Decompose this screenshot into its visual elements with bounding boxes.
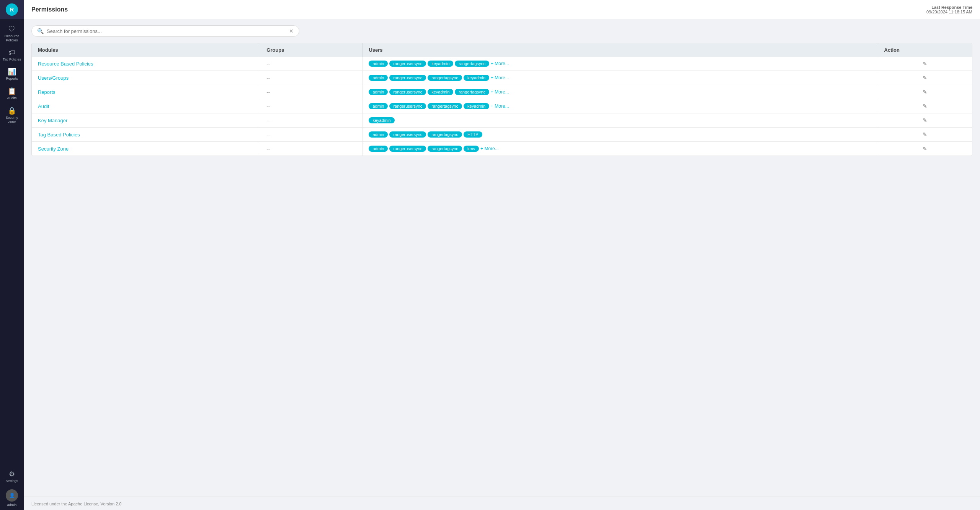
cell-action: ✎	[878, 113, 972, 128]
search-icon: 🔍	[37, 28, 44, 34]
last-response-value: 09/20/2024 11:18:15 AM	[926, 10, 972, 14]
resource-policies-icon: 🛡	[8, 25, 15, 33]
last-response-label: Last Response Time	[926, 5, 972, 10]
cell-groups: --	[260, 142, 363, 156]
module-link[interactable]: Key Manager	[38, 118, 67, 123]
user-tag: HTTP	[464, 131, 482, 138]
sidebar-item-label: Audits	[7, 96, 16, 100]
module-link[interactable]: Resource Based Policies	[38, 61, 93, 67]
user-tag: keyadmin	[464, 75, 489, 81]
tags-container: keyadmin	[369, 117, 871, 123]
sidebar-item-label: Tag Policies	[3, 57, 21, 62]
cell-module: Resource Based Policies	[32, 57, 260, 71]
user-tag: rangertagsync	[428, 146, 462, 152]
col-groups: Groups	[260, 43, 363, 57]
reports-icon: 📊	[8, 67, 16, 76]
permissions-table-container: Modules Groups Users Action Resource Bas…	[31, 43, 972, 156]
cell-groups: --	[260, 85, 363, 99]
cell-groups: --	[260, 128, 363, 142]
edit-button[interactable]: ✎	[923, 75, 927, 81]
module-link[interactable]: Reports	[38, 89, 56, 95]
user-tag: admin	[369, 103, 388, 109]
cell-users: adminrangerusersyncrangertagsynckms+ Mor…	[363, 142, 878, 156]
sidebar-item-user[interactable]: 👤 admin	[0, 486, 24, 510]
cell-module: Key Manager	[32, 113, 260, 128]
user-tag: rangerusersync	[389, 75, 426, 81]
table-row: Security Zone--adminrangerusersyncranger…	[32, 142, 972, 156]
sidebar-item-audits[interactable]: 📋 Audits	[0, 84, 24, 103]
user-tag: rangertagsync	[455, 89, 489, 95]
cell-action: ✎	[878, 99, 972, 113]
cell-module: Audit	[32, 99, 260, 113]
main-content: Permissions Last Response Time 09/20/202…	[24, 0, 980, 510]
tags-container: adminrangerusersyncrangertagsyncHTTP	[369, 131, 871, 138]
cell-module: Reports	[32, 85, 260, 99]
sidebar-item-settings[interactable]: ⚙ Settings	[0, 467, 24, 486]
table-row: Tag Based Policies--adminrangerusersyncr…	[32, 128, 972, 142]
sidebar-item-security-zone[interactable]: 🔒 Security Zone	[0, 103, 24, 127]
sidebar-item-tag-policies[interactable]: 🏷 Tag Policies	[0, 46, 24, 65]
cell-module: Users/Groups	[32, 71, 260, 85]
tags-container: adminrangerusersynckeyadminrangertagsync…	[369, 89, 871, 95]
cell-groups: --	[260, 71, 363, 85]
edit-button[interactable]: ✎	[923, 117, 927, 123]
user-tag: admin	[369, 75, 388, 81]
settings-icon: ⚙	[9, 470, 15, 478]
col-modules: Modules	[32, 43, 260, 57]
edit-button[interactable]: ✎	[923, 89, 927, 95]
module-link[interactable]: Tag Based Policies	[38, 132, 80, 138]
cell-users: adminrangerusersyncrangertagsynckeyadmin…	[363, 99, 878, 113]
license-link[interactable]: Licensed under the Apache License, Versi…	[31, 502, 121, 506]
sidebar-item-label: Reports	[6, 77, 18, 81]
table-header-row: Modules Groups Users Action	[32, 43, 972, 57]
footer: Licensed under the Apache License, Versi…	[24, 497, 980, 510]
more-users-link[interactable]: + More...	[491, 103, 509, 109]
sidebar-item-label: Settings	[6, 479, 18, 483]
user-tag: rangerusersync	[389, 61, 426, 67]
sidebar-item-reports[interactable]: 📊 Reports	[0, 64, 24, 84]
sidebar-item-label: Resource Policies	[2, 34, 22, 43]
user-tag: admin	[369, 61, 388, 67]
cell-users: adminrangerusersyncrangertagsynckeyadmin…	[363, 71, 878, 85]
more-users-link[interactable]: + More...	[480, 146, 499, 151]
avatar: 👤	[6, 489, 18, 502]
permissions-table: Modules Groups Users Action Resource Bas…	[32, 43, 972, 156]
last-response-time: Last Response Time 09/20/2024 11:18:15 A…	[926, 5, 972, 14]
module-link[interactable]: Audit	[38, 103, 49, 109]
cell-action: ✎	[878, 85, 972, 99]
search-clear-icon[interactable]: ✕	[289, 28, 294, 34]
cell-module: Tag Based Policies	[32, 128, 260, 142]
module-link[interactable]: Users/Groups	[38, 75, 69, 81]
tags-container: adminrangerusersynckeyadminrangertagsync…	[369, 61, 871, 67]
sidebar-item-resource-policies[interactable]: 🛡 Resource Policies	[0, 22, 24, 46]
edit-button[interactable]: ✎	[923, 61, 927, 67]
table-row: Users/Groups--adminrangerusersyncrangert…	[32, 71, 972, 85]
edit-button[interactable]: ✎	[923, 131, 927, 138]
module-link[interactable]: Security Zone	[38, 146, 69, 152]
user-tag: rangertagsync	[428, 75, 462, 81]
edit-button[interactable]: ✎	[923, 103, 927, 109]
cell-users: adminrangerusersyncrangertagsyncHTTP	[363, 128, 878, 142]
user-tag: rangerusersync	[389, 89, 426, 95]
search-input[interactable]	[47, 28, 289, 34]
cell-users: adminrangerusersynckeyadminrangertagsync…	[363, 85, 878, 99]
cell-action: ✎	[878, 57, 972, 71]
edit-button[interactable]: ✎	[923, 146, 927, 152]
app-logo[interactable]: R	[0, 0, 24, 19]
more-users-link[interactable]: + More...	[491, 75, 509, 80]
tags-container: adminrangerusersyncrangertagsynckeyadmin…	[369, 75, 871, 81]
user-label: admin	[7, 503, 17, 507]
user-tag: rangerusersync	[389, 131, 426, 138]
sidebar-bottom: ⚙ Settings 👤 admin	[0, 467, 24, 510]
tag-policies-icon: 🏷	[8, 49, 15, 57]
search-bar[interactable]: 🔍 ✕	[31, 25, 299, 37]
cell-module: Security Zone	[32, 142, 260, 156]
user-tag: rangerusersync	[389, 146, 426, 152]
header: Permissions Last Response Time 09/20/202…	[24, 0, 980, 19]
more-users-link[interactable]: + More...	[491, 61, 509, 66]
table-row: Resource Based Policies--adminrangeruser…	[32, 57, 972, 71]
more-users-link[interactable]: + More...	[491, 89, 509, 95]
user-tag: kms	[464, 146, 479, 152]
user-tag: admin	[369, 131, 388, 138]
user-tag: keyadmin	[464, 103, 489, 109]
